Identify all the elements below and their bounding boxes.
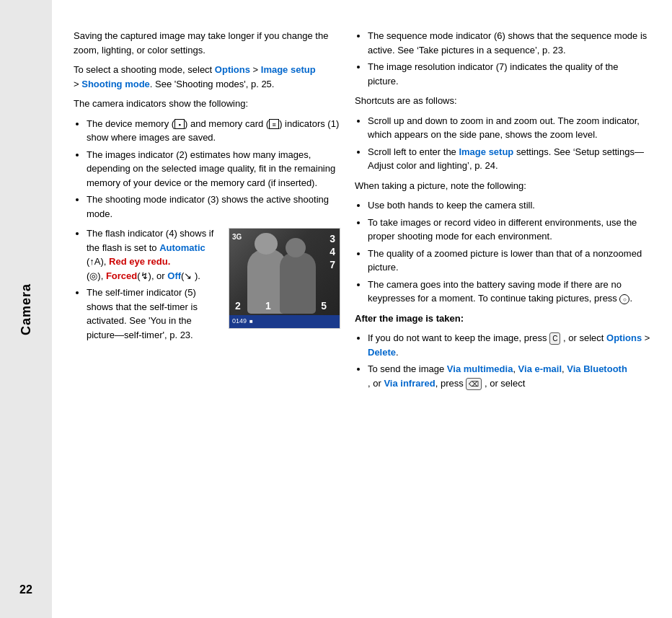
select-mode-text: To select a shooting mode, select	[74, 64, 215, 75]
send-key-icon: ⌫	[466, 378, 482, 390]
after-options-link[interactable]: Options	[606, 332, 642, 343]
red-eye-link[interactable]: Red eye redu.	[109, 256, 170, 267]
flash-self-timer-section: The flash indicator (4) shows if the fla…	[74, 226, 340, 348]
options-link[interactable]: Options	[215, 64, 250, 75]
intro-text: Saving the captured image may take longe…	[74, 30, 328, 56]
flash-list: The flash indicator (4) shows if the fla…	[87, 226, 221, 342]
after-item-1: If you do not want to keep the image, pr…	[368, 331, 650, 359]
person-silhouette-right	[280, 252, 316, 314]
intro-paragraph: Saving the captured image may take longe…	[74, 29, 340, 57]
right-column: The sequence mode indicator (6) shows th…	[355, 29, 650, 596]
after-heading: After the image is taken:	[355, 312, 650, 326]
gt1: >	[250, 64, 261, 75]
setup-gt: >	[74, 79, 81, 89]
after-list: If you do not want to keep the image, pr…	[368, 331, 650, 390]
camera-button-icon: ○	[619, 294, 629, 304]
forced-link[interactable]: Forced	[106, 270, 137, 281]
off-link[interactable]: Off	[167, 270, 181, 281]
via-infrared-link[interactable]: Via infrared	[384, 378, 435, 389]
flash-b: (◎),	[87, 270, 106, 281]
page-container: Camera 22 Saving the captured image may …	[0, 0, 672, 618]
left-column: Saving the captured image may take longe…	[74, 29, 340, 596]
after-bold-heading: After the image is taken:	[355, 313, 464, 324]
cam-number-5: 5	[321, 299, 327, 314]
indicator-item-2: The images indicator (2) estimates how m…	[87, 148, 340, 190]
scroll-zoom-item: Scroll up and down to zoom in and zoom o…	[368, 114, 650, 142]
cam-counter: 0149	[232, 317, 247, 327]
cam-bottom-bar: 0149 ■	[229, 315, 340, 328]
flash-a-label: (↑A	[87, 256, 101, 267]
memory-card-icon: ≡	[269, 119, 279, 129]
flash-d: (↘ ).	[181, 270, 200, 281]
select-mode-paragraph: To select a shooting mode, select Option…	[74, 63, 340, 91]
after-item-2: To send the image Via multimedia, Via e-…	[368, 362, 650, 390]
main-content: Saving the captured image may take longe…	[52, 0, 672, 618]
sequence-indicator-item: The sequence mode indicator (6) shows th…	[368, 29, 650, 57]
cam-number-1: 1	[265, 299, 271, 314]
image-setup-link[interactable]: Image setup	[261, 64, 316, 75]
taking-item-2: To take images or record video in differ…	[368, 216, 650, 244]
via-bluetooth-link[interactable]: Via Bluetooth	[567, 363, 627, 374]
scroll-image-setup-item: Scroll left to enter the Image setup set…	[368, 145, 650, 173]
cam-3g-label: 3G	[232, 231, 242, 242]
indicators-heading: The camera indicators show the following…	[74, 97, 340, 111]
via-multimedia-link[interactable]: Via multimedia	[447, 363, 513, 374]
camera-screen: 3G 3 4 7 2 1 5	[229, 229, 340, 328]
c-key-icon: C	[549, 332, 560, 345]
self-timer-item: The self-timer indicator (5) shows that …	[87, 286, 221, 342]
right-bullet-list-top: The sequence mode indicator (6) shows th…	[368, 29, 650, 88]
indicators-list: The device memory (▪) and memory card (≡…	[87, 117, 340, 221]
camera-viewfinder: 3G 3 4 7 2 1 5	[229, 228, 340, 329]
image-setup-right-link[interactable]: Image setup	[459, 146, 513, 157]
flash-a-end: ),	[101, 256, 110, 267]
indicator-item-1: The device memory (▪) and memory card (≡…	[87, 117, 340, 145]
see-shooting: . See 'Shooting modes', p. 25.	[150, 79, 275, 89]
sidebar: Camera 22	[0, 0, 52, 618]
sidebar-title: Camera	[19, 283, 34, 335]
camera-background: 3G 3 4 7 2 1 5	[229, 229, 340, 328]
device-memory-icon: ▪	[174, 119, 185, 129]
cam-number-2: 2	[235, 299, 241, 314]
cam-record-icon: ■	[249, 317, 253, 326]
shooting-mode-link[interactable]: Shooting mode	[81, 79, 150, 89]
automatic-link[interactable]: Automatic	[159, 242, 205, 253]
shortcuts-list: Scroll up and down to zoom in and zoom o…	[368, 114, 650, 173]
cam-number-7: 7	[330, 257, 335, 273]
taking-list: Use both hands to keep the camera still.…	[368, 198, 650, 306]
via-email-link[interactable]: Via e-mail	[518, 363, 562, 374]
taking-item-3: The quality of a zoomed picture is lower…	[368, 247, 650, 275]
resolution-indicator-item: The image resolution indicator (7) indic…	[368, 60, 650, 88]
taking-heading: When taking a picture, note the followin…	[355, 179, 650, 193]
flash-indicator-item: The flash indicator (4) shows if the fla…	[87, 226, 221, 283]
page-number: 22	[0, 583, 52, 596]
taking-item-4: The camera goes into the battery saving …	[368, 278, 650, 306]
flash-self-timer-text: The flash indicator (4) shows if the fla…	[74, 226, 221, 348]
taking-item-1: Use both hands to keep the camera still.	[368, 198, 650, 213]
after-delete-link[interactable]: Delete	[368, 347, 396, 358]
shortcuts-heading: Shortcuts are as follows:	[355, 94, 650, 108]
indicator-item-3: The shooting mode indicator (3) shows th…	[87, 193, 340, 221]
flash-c: (↯), or	[137, 270, 167, 281]
